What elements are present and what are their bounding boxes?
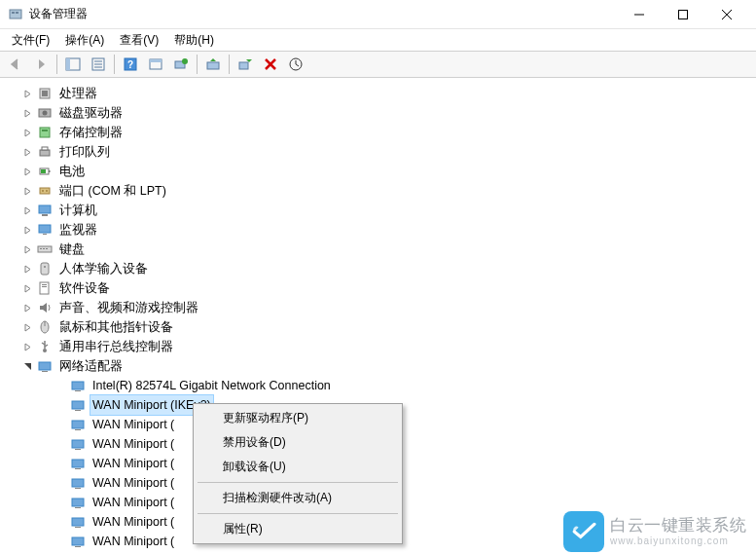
svg-rect-70: [75, 507, 81, 508]
expand-arrow-icon[interactable]: [19, 300, 35, 315]
tree-device-label: Intel(R) 82574L Gigabit Network Connecti…: [90, 375, 334, 396]
svg-rect-29: [42, 129, 48, 131]
tree-category[interactable]: 处理器: [2, 84, 754, 103]
watermark-line1: 白云一键重装系统: [610, 516, 746, 536]
tree-category-label: 网络适配器: [56, 355, 126, 377]
svg-rect-49: [42, 284, 47, 285]
svg-text:?: ?: [127, 59, 133, 70]
expand-arrow-icon[interactable]: [19, 183, 35, 199]
network-adapter-icon: [70, 514, 86, 530]
svg-rect-72: [75, 527, 81, 528]
tree-device-label: WAN Miniport (: [90, 511, 177, 533]
tree-category[interactable]: 软件设备: [2, 278, 754, 298]
ctx-scan-hardware[interactable]: 扫描检测硬件改动(A): [196, 486, 400, 510]
spacer: [53, 417, 68, 432]
svg-point-37: [46, 190, 48, 192]
software-icon: [37, 280, 53, 296]
svg-rect-44: [43, 248, 45, 249]
network-adapter-icon: [70, 475, 86, 491]
help-button[interactable]: ?: [119, 54, 142, 75]
svg-rect-68: [75, 488, 81, 489]
tree-category[interactable]: 磁盘驱动器: [2, 103, 754, 123]
ctx-disable-device[interactable]: 禁用设备(D): [196, 430, 400, 455]
expand-arrow-icon[interactable]: [19, 144, 35, 160]
ctx-uninstall-device[interactable]: 卸载设备(U): [196, 455, 400, 479]
tree-device[interactable]: Intel(R) 82574L Gigabit Network Connecti…: [2, 376, 754, 395]
mouse-icon: [37, 319, 53, 335]
ctx-update-driver[interactable]: 更新驱动程序(P): [196, 406, 400, 430]
uninstall-device-button[interactable]: [259, 54, 282, 75]
menu-action[interactable]: 操作(A): [57, 30, 112, 51]
expand-arrow-icon[interactable]: [19, 319, 35, 335]
tree-category[interactable]: 鼠标和其他指针设备: [2, 317, 754, 337]
expand-arrow-icon[interactable]: [19, 241, 35, 257]
tree-category[interactable]: 人体学输入设备: [2, 259, 754, 278]
menu-bar: 文件(F) 操作(A) 查看(V) 帮助(H): [0, 29, 756, 51]
scan-hardware-button[interactable]: [169, 54, 193, 75]
tree-category[interactable]: 网络适配器: [2, 356, 754, 376]
tree-category-label: 处理器: [56, 83, 100, 104]
properties-button[interactable]: [87, 54, 110, 75]
tree-category[interactable]: 计算机: [2, 201, 754, 220]
expand-arrow-icon[interactable]: [19, 358, 35, 374]
window-controls: [617, 1, 748, 28]
action-button[interactable]: [144, 54, 167, 75]
svg-rect-38: [39, 205, 51, 213]
back-button[interactable]: [4, 54, 27, 75]
svg-rect-48: [40, 282, 49, 294]
tree-category-label: 磁盘驱动器: [56, 102, 126, 124]
watermark: 白云一键重装系统 www.baiyunxitong.com: [563, 511, 746, 552]
network-adapter-icon: [70, 456, 86, 471]
svg-rect-20: [239, 62, 248, 69]
svg-rect-58: [75, 390, 81, 391]
svg-rect-40: [39, 225, 51, 233]
network-icon: [37, 358, 53, 374]
ctx-separator: [198, 482, 398, 483]
minimize-button[interactable]: [617, 1, 661, 28]
svg-rect-2: [16, 12, 18, 14]
svg-rect-4: [678, 10, 687, 18]
svg-point-27: [43, 111, 48, 116]
svg-rect-73: [72, 537, 84, 545]
tree-category[interactable]: 电池: [2, 162, 754, 181]
tree-category[interactable]: 通用串行总线控制器: [2, 337, 754, 356]
ctx-properties[interactable]: 属性(R): [196, 517, 400, 541]
expand-arrow-icon[interactable]: [19, 203, 35, 218]
expand-arrow-icon[interactable]: [19, 86, 35, 101]
expand-arrow-icon[interactable]: [19, 125, 35, 140]
tree-category[interactable]: 键盘: [2, 240, 754, 259]
menu-view[interactable]: 查看(V): [112, 30, 166, 51]
tree-category-label: 通用串行总线控制器: [56, 336, 176, 357]
tree-category[interactable]: 打印队列: [2, 142, 754, 162]
expand-arrow-icon[interactable]: [19, 164, 35, 179]
spacer: [53, 475, 68, 491]
expand-arrow-icon[interactable]: [19, 280, 35, 296]
disable-device-button[interactable]: [234, 54, 257, 75]
maximize-button[interactable]: [661, 1, 704, 28]
title-bar: 设备管理器: [0, 0, 756, 29]
svg-rect-16: [150, 59, 162, 62]
tree-category[interactable]: 端口 (COM 和 LPT): [2, 181, 754, 201]
tree-category[interactable]: 声音、视频和游戏控制器: [2, 298, 754, 317]
menu-file[interactable]: 文件(F): [4, 30, 57, 51]
expand-arrow-icon[interactable]: [19, 261, 35, 277]
tree-category[interactable]: 监视器: [2, 220, 754, 240]
svg-rect-57: [72, 382, 84, 389]
menu-help[interactable]: 帮助(H): [166, 30, 222, 51]
expand-arrow-icon[interactable]: [19, 339, 35, 354]
expand-arrow-icon[interactable]: [19, 222, 35, 238]
tree-category[interactable]: 存储控制器: [2, 123, 754, 142]
expand-arrow-icon[interactable]: [19, 105, 35, 121]
toolbar-separator: [56, 55, 57, 74]
forward-button[interactable]: [29, 54, 53, 75]
svg-rect-43: [40, 248, 42, 249]
svg-rect-0: [10, 10, 21, 18]
close-button[interactable]: [704, 1, 748, 28]
hid-icon: [37, 261, 53, 277]
svg-rect-33: [49, 170, 51, 172]
update-driver-button[interactable]: [201, 54, 225, 75]
tree-category-label: 鼠标和其他指针设备: [56, 316, 176, 338]
tree-category-label: 计算机: [56, 200, 100, 221]
refresh-button[interactable]: [284, 54, 307, 75]
show-hide-tree-button[interactable]: [61, 54, 85, 75]
